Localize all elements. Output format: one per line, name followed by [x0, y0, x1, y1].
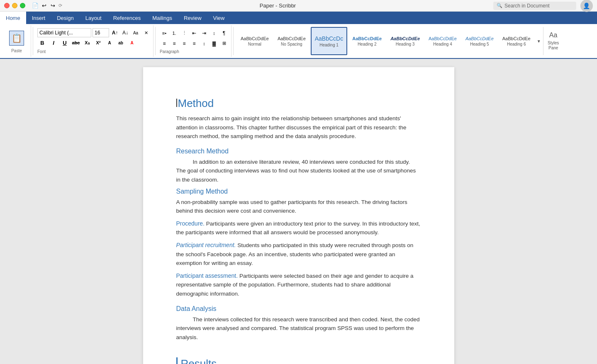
search-icon: 🔍 — [497, 3, 502, 8]
participant-assessment-paragraph: Participant assessment. Participants wer… — [176, 271, 421, 298]
participant-recruitment-heading-inline: Participant recruitment. — [176, 242, 236, 248]
minimize-button[interactable] — [12, 3, 17, 8]
divider-3 — [233, 27, 234, 55]
tab-home[interactable]: Home — [0, 12, 26, 24]
close-button[interactable] — [4, 3, 10, 8]
paragraph-section: ≡• 1. ⋮ ⇤ ⇥ ↕ ¶ ≡ ≡ ≡ ≡ ↕ ▓ ⊞ Paragraph — [157, 25, 231, 57]
align-left-button[interactable]: ≡ — [160, 39, 169, 48]
title-bar: 📄 ↩ ↪ ⟳ Paper - Scribbr 🔍 Search in Docu… — [0, 0, 597, 12]
font-shrink-button[interactable]: A↓ — [121, 28, 130, 37]
style-h5-preview: AaBbCcDdEe — [465, 36, 494, 41]
subscript-button[interactable]: X₂ — [82, 38, 92, 47]
bold-button[interactable]: B — [37, 38, 47, 47]
paste-label: Paste — [11, 49, 22, 53]
text-cursor — [176, 99, 177, 107]
style-heading1[interactable]: AaBbCcDc Heading 1 — [311, 27, 347, 55]
style-normal[interactable]: AaBbCcDdEe Normal — [237, 27, 273, 55]
user-avatar[interactable]: 👤 — [580, 0, 593, 12]
font-section-label: Font — [37, 49, 46, 54]
strikethrough-button[interactable]: abc — [71, 38, 81, 47]
font-grow-button[interactable]: A↑ — [110, 28, 119, 37]
align-center-button[interactable]: ≡ — [170, 39, 179, 48]
tab-view[interactable]: View — [207, 12, 231, 24]
styles-scroll-arrow[interactable]: ▼ — [536, 27, 542, 55]
underline-button[interactable]: U — [60, 38, 70, 47]
style-heading2[interactable]: AaBbCcDdEe Heading 2 — [348, 27, 385, 55]
font-color-button[interactable]: A — [105, 38, 115, 47]
change-case-button[interactable]: Aa — [131, 28, 140, 37]
style-h1-preview: AaBbCcDc — [315, 35, 343, 42]
document-scroll[interactable]: Method This research aims to gain insigh… — [0, 59, 597, 364]
redo-button[interactable]: ↪ — [51, 2, 55, 9]
para-row-2: ≡ ≡ ≡ ≡ ↕ ▓ ⊞ — [160, 39, 229, 48]
divider-2 — [155, 27, 156, 55]
decrease-indent-button[interactable]: ⇤ — [190, 29, 199, 38]
participant-assessment-heading-inline: Participant assessment. — [176, 272, 238, 279]
style-no-spacing[interactable]: AaBbCcDdEe No Spacing — [274, 27, 309, 55]
font-row-2: B I U abc X₂ X² A ab A — [37, 38, 137, 47]
window-title-area: Paper - Scribbr — [260, 2, 296, 9]
style-h6-name: Heading 6 — [507, 42, 526, 46]
maximize-button[interactable] — [20, 3, 25, 8]
tab-layout[interactable]: Layout — [80, 12, 107, 24]
styles-pane-icon: Aa — [549, 32, 558, 39]
search-box[interactable]: 🔍 Search in Document — [493, 2, 576, 10]
style-normal-name: Normal — [248, 42, 261, 46]
section-spacer — [176, 345, 421, 357]
style-heading3[interactable]: AaBbCcDdEe Heading 3 — [387, 27, 424, 55]
paste-icon: 📋 — [9, 31, 24, 46]
method-heading-container: Method — [176, 97, 421, 110]
results-heading: Results — [176, 357, 421, 364]
tab-references[interactable]: References — [107, 12, 146, 24]
font-size-input[interactable] — [93, 28, 109, 37]
justify-button[interactable]: ≡ — [190, 39, 199, 48]
style-h3-name: Heading 3 — [396, 42, 415, 46]
divider-4 — [543, 27, 543, 55]
data-analysis-heading: Data Analysis — [176, 305, 421, 313]
tab-mailings[interactable]: Mailings — [146, 12, 178, 24]
styles-gallery: AaBbCcDdEe Normal AaBbCcDdEe No Spacing … — [237, 27, 542, 55]
numbering-button[interactable]: 1. — [170, 29, 179, 38]
style-heading5[interactable]: AaBbCcDdEe Heading 5 — [462, 27, 497, 55]
style-h6-preview: AaBbCcDdEe — [502, 36, 531, 41]
font-family-input[interactable] — [37, 28, 91, 37]
multilevel-button[interactable]: ⋮ — [180, 29, 189, 38]
search-placeholder: Search in Document — [504, 3, 550, 9]
tab-design[interactable]: Design — [51, 12, 79, 24]
clear-formatting-button[interactable]: ✕ — [141, 28, 151, 37]
tab-insert[interactable]: Insert — [26, 12, 51, 24]
research-method-body: In addition to an extensive literature r… — [176, 158, 421, 184]
style-heading6[interactable]: AaBbCcDdEe Heading 6 — [499, 27, 534, 55]
document-page: Method This research aims to gain insigh… — [143, 67, 454, 364]
styles-pane-label: StylesPane — [548, 41, 559, 51]
procedure-paragraph: Procedure. Participants were given an in… — [176, 219, 421, 237]
italic-button[interactable]: I — [49, 38, 58, 47]
line-spacing-button[interactable]: ↕ — [200, 39, 209, 48]
styles-section: AaBbCcDdEe Normal AaBbCcDdEe No Spacing … — [235, 25, 564, 57]
show-marks-button[interactable]: ¶ — [219, 29, 229, 38]
participant-recruitment-paragraph: Participant recruitment. Students who pa… — [176, 240, 421, 268]
style-h3-preview: AaBbCcDdEe — [390, 36, 420, 41]
title-bar-right: 🔍 Search in Document 👤 — [493, 0, 593, 12]
borders-button[interactable]: ⊞ — [219, 39, 229, 48]
paste-button[interactable]: 📋 — [6, 29, 27, 47]
styles-pane-button[interactable]: Aa StylesPane — [544, 27, 563, 55]
highlight-button[interactable]: ab — [116, 38, 126, 47]
style-heading4[interactable]: AaBbCcDdEe Heading 4 — [425, 27, 461, 55]
text-color-button[interactable]: A — [127, 38, 137, 47]
method-heading: Method — [178, 97, 214, 110]
window-title: Paper - Scribbr — [260, 2, 296, 9]
bullets-button[interactable]: ≡• — [160, 29, 169, 38]
increase-indent-button[interactable]: ⇥ — [200, 29, 209, 38]
shading-button[interactable]: ▓ — [210, 39, 219, 48]
font-section: A↑ A↓ Aa ✕ B I U abc X₂ X² A ab A Font — [35, 25, 154, 57]
style-no-spacing-name: No Spacing — [281, 42, 302, 46]
sampling-method-heading: Sampling Method — [176, 188, 421, 195]
autosave-icon: ⟳ — [58, 3, 62, 8]
undo-button[interactable]: ↩ — [42, 2, 46, 9]
sort-button[interactable]: ↕ — [210, 29, 219, 38]
superscript-button[interactable]: X² — [93, 38, 103, 47]
align-right-button[interactable]: ≡ — [180, 39, 189, 48]
tab-review[interactable]: Review — [178, 12, 207, 24]
toolbar-icon: 📄 — [32, 2, 39, 9]
